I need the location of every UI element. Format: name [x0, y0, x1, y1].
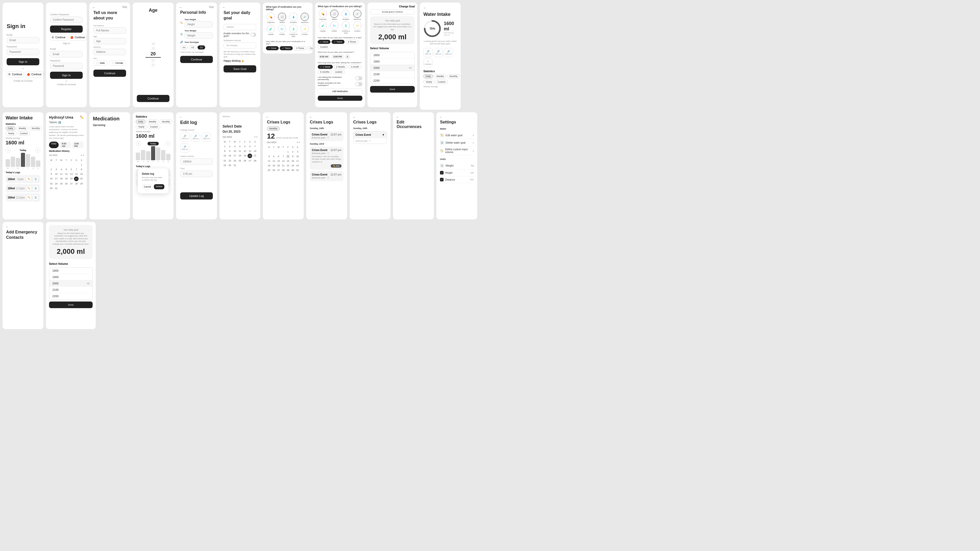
full-names-input[interactable] — [94, 27, 126, 34]
continue-personal[interactable]: Continue — [180, 56, 213, 63]
cal-d-29[interactable]: 29 — [79, 182, 84, 186]
vol-2000[interactable]: 2000 ml — [370, 65, 414, 71]
cal-d-16[interactable]: 16 — [49, 176, 54, 181]
cal-next-date[interactable]: › — [256, 135, 257, 138]
age-20-selected[interactable]: 20 — [145, 51, 161, 58]
crises-d-30[interactable]: 30 — [291, 168, 295, 172]
med-inhaler[interactable]: 🌬️ Inhaler — [277, 25, 287, 38]
med-liquids[interactable]: 🧪 Liquids — [266, 25, 275, 38]
dur-month[interactable]: A month — [348, 65, 361, 69]
stats-weekly[interactable]: Weekly — [146, 120, 159, 124]
sign-in-button[interactable]: Sign In — [6, 58, 39, 65]
reminders-toggle[interactable] — [250, 33, 256, 37]
cal-d-7[interactable]: 7 — [74, 167, 79, 171]
back-crises-2[interactable]: ← — [309, 115, 312, 119]
height-input[interactable] — [185, 21, 213, 27]
time-input-edit[interactable] — [180, 171, 213, 177]
vol-500[interactable]: 🔗 500 ml — [444, 48, 453, 57]
log-2-edit[interactable]: ✏️ — [26, 186, 32, 191]
period2-daily[interactable]: Daily — [6, 126, 15, 130]
crises-d-3[interactable]: 3 — [295, 150, 300, 154]
date-1[interactable]: 1 — [223, 144, 227, 148]
crises-d-6[interactable]: 6 — [277, 154, 281, 159]
date-12[interactable]: 12 — [243, 149, 247, 153]
crises-d-7[interactable]: 7 — [281, 154, 286, 159]
add-time-btn[interactable]: + — [345, 54, 350, 59]
distance-unit-row[interactable]: ✓ Distance Km — [440, 176, 474, 183]
delete-water-goal-row[interactable]: 🗑️ Delete water goal › — [440, 139, 474, 146]
genotype-aa[interactable]: AA — [180, 45, 188, 49]
permanent-toggle[interactable] — [355, 76, 363, 80]
med-droplets[interactable]: 💧 Droplets — [289, 13, 298, 23]
vol2-2000[interactable]: 2000 ml — [49, 280, 92, 287]
edit-vol-500b[interactable]: 🔗 500 ml — [180, 143, 189, 152]
period-custom[interactable]: Custom — [435, 80, 448, 84]
skip-button-tell[interactable]: Skip — [122, 6, 127, 8]
dur-1week[interactable]: ✓ 1 Week — [318, 65, 333, 69]
crises-d-12[interactable]: 12 — [272, 159, 276, 163]
date-22[interactable]: 22 — [223, 159, 227, 163]
date-16[interactable]: 16 — [228, 154, 232, 158]
cal-d-25[interactable]: 25 — [59, 182, 64, 186]
crises-d-24[interactable]: 24 — [295, 164, 300, 168]
med2-creams[interactable]: 🧴 Creams & Gels — [341, 21, 351, 35]
done-med-btn[interactable]: Done — [318, 96, 363, 101]
edit-vol-350[interactable]: 🔗 350 ml — [191, 133, 200, 142]
sign-in-btn-2[interactable]: Sign In — [50, 72, 83, 79]
apple-continue[interactable]: 🍎 Continue — [25, 71, 43, 78]
date-4[interactable]: 4 — [238, 144, 242, 148]
log-2-delete[interactable]: 🗑️ — [33, 186, 38, 191]
crises-d-9[interactable]: 9 — [291, 154, 295, 159]
cal-prev-med[interactable]: ‹ — [81, 154, 82, 157]
email-input-2[interactable] — [50, 51, 83, 57]
edit-icon-med[interactable]: ✏️ — [80, 116, 84, 119]
date-11[interactable]: 11 — [238, 149, 242, 153]
cal-d-20[interactable]: 20 — [69, 176, 74, 181]
crises-d-23[interactable]: 23 — [291, 164, 295, 168]
stats-monthly[interactable]: Monthly — [159, 120, 172, 124]
vol2-2200[interactable]: 2200 — [49, 293, 92, 299]
date-25[interactable]: 25 — [238, 159, 242, 163]
back-personal[interactable]: ← — [179, 6, 182, 9]
date-20[interactable]: 20 — [248, 154, 252, 158]
period2-monthly[interactable]: Monthly — [29, 126, 42, 130]
crisis-dropdown-header[interactable]: Crises Event ▼ — [353, 131, 387, 138]
med-capsules[interactable]: 💊 Capsules — [266, 13, 275, 23]
back-emergency[interactable]: ← — [6, 225, 9, 229]
date-2[interactable]: 2 — [228, 144, 232, 148]
cal-d-18[interactable]: 18 — [59, 176, 64, 181]
cal-d-13[interactable]: 13 — [69, 172, 74, 176]
cal-d-26[interactable]: 26 — [64, 182, 68, 186]
date-14[interactable]: 14 — [253, 149, 257, 153]
date-7[interactable]: 7 — [253, 144, 257, 148]
cal-d-12[interactable]: 12 — [64, 172, 68, 176]
dont-know-genotype[interactable]: I don't know my Genotype — [180, 51, 213, 53]
crises-d-8[interactable]: 8 — [286, 154, 290, 159]
crises-d-14[interactable]: 14 — [281, 159, 286, 163]
add-medication-btn[interactable]: Add Medication — [318, 89, 363, 94]
period2-weekly[interactable]: Weekly — [16, 126, 28, 130]
time-3pm[interactable]: 3:00 PM — [331, 54, 344, 59]
date-18[interactable]: 18 — [238, 154, 242, 158]
cal-d-14[interactable]: 14 — [74, 172, 79, 176]
cal-d-6[interactable]: 6 — [69, 167, 74, 171]
date-30[interactable]: 30 — [228, 163, 232, 167]
save-goal-btn[interactable]: Save Goal — [224, 65, 256, 73]
vol2-2100[interactable]: 2100 — [49, 287, 92, 293]
crises-d-17[interactable]: 17 — [295, 159, 300, 163]
crises-d-4[interactable]: 4 — [267, 154, 271, 159]
crises-d-26[interactable]: 26 — [272, 168, 276, 172]
dur-custom[interactable]: custom — [333, 70, 345, 74]
cal-d-11[interactable]: 11 — [59, 172, 64, 176]
period-monthly[interactable]: Monthly — [447, 74, 460, 78]
med2-tablets[interactable]: ⬜ Tablets — [329, 10, 339, 20]
date-13[interactable]: 13 — [248, 149, 252, 153]
med2-custom[interactable]: ✨ Custom — [352, 21, 363, 35]
freq2-custom[interactable]: Custom — [318, 45, 330, 49]
date-27[interactable]: 27 — [248, 159, 252, 163]
skip-personal[interactable]: Skip — [209, 6, 214, 8]
address-input[interactable] — [94, 49, 126, 55]
edit-vol-500[interactable]: 🔗 500 ml — [202, 133, 211, 142]
age-18[interactable]: 18 — [151, 42, 155, 46]
age-input[interactable] — [94, 38, 126, 44]
